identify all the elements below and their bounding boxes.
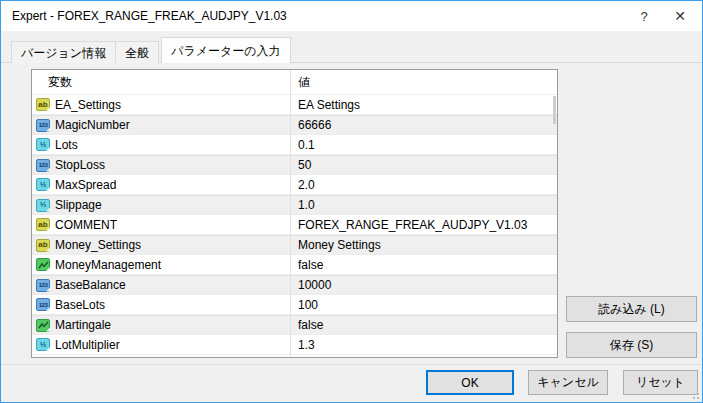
ok-button[interactable]: OK <box>426 370 514 395</box>
double-param-icon: ½ <box>36 338 50 351</box>
table-row[interactable]: 123 BaseLots 100 <box>32 295 557 315</box>
bool-param-icon <box>36 258 50 271</box>
expert-settings-dialog: Expert - FOREX_RANGE_FREAK_AUDJPY_V1.03 … <box>0 0 703 403</box>
variable-name: LotMultiplier <box>55 338 120 352</box>
table-row[interactable]: ab Money_Settings Money Settings <box>32 235 557 255</box>
variable-cell: 123 BaseBalance <box>32 278 290 292</box>
variable-cell: ½ LotMultiplier <box>32 338 290 352</box>
table-row[interactable]: 123 StopLoss 50 <box>32 155 557 175</box>
header-variable: 変数 <box>32 74 290 91</box>
variable-cell: 123 BaseLots <box>32 298 290 312</box>
value-cell[interactable]: 50 <box>290 158 557 172</box>
table-row[interactable]: ½ LotMultiplier 1.3 <box>32 335 557 355</box>
footer-separator <box>1 364 702 365</box>
value-cell[interactable]: FOREX_RANGE_FREAK_AUDJPY_V1.03 <box>290 218 557 232</box>
value-cell[interactable]: 10000 <box>290 278 557 292</box>
variable-name: Lots <box>55 138 78 152</box>
variable-name: Slippage <box>55 198 102 212</box>
parameters-table: 変数 値 ab EA_Settings EA Settings 123 Magi… <box>31 69 558 358</box>
bool-param-icon <box>36 319 50 332</box>
column-divider[interactable] <box>290 70 291 357</box>
variable-name: BaseLots <box>55 298 105 312</box>
table-row[interactable]: ½ MaxSpread 2.0 <box>32 175 557 195</box>
variable-name: EA_Settings <box>55 98 121 112</box>
int-param-icon: 123 <box>36 298 50 311</box>
variable-cell: 123 StopLoss <box>32 158 290 172</box>
value-cell[interactable]: false <box>290 258 557 272</box>
int-param-icon: 123 <box>36 119 50 132</box>
variable-cell: ½ Lots <box>32 138 290 152</box>
variable-name: MagicNumber <box>55 118 130 132</box>
variable-name: Money_Settings <box>55 238 141 252</box>
string-param-icon: ab <box>36 239 50 252</box>
variable-name: MoneyManagement <box>55 258 161 272</box>
table-row[interactable]: ab COMMENT FOREX_RANGE_FREAK_AUDJPY_V1.0… <box>32 215 557 235</box>
variable-cell: ab COMMENT <box>32 218 290 232</box>
int-param-icon: 123 <box>36 159 50 172</box>
tab-bar: バージョン情報 全般 パラメーターの入力 <box>11 37 291 63</box>
table-header-row: 変数 値 <box>32 70 557 95</box>
variable-cell: 123 MagicNumber <box>32 118 290 132</box>
value-cell[interactable]: EA Settings <box>290 98 557 112</box>
value-cell[interactable]: Money Settings <box>290 238 557 252</box>
double-param-icon: ½ <box>36 178 50 191</box>
variable-cell: Martingale <box>32 318 290 332</box>
table-row[interactable]: ½ Lots 0.1 <box>32 135 557 155</box>
table-body: ab EA_Settings EA Settings 123 MagicNumb… <box>32 95 557 355</box>
value-cell[interactable]: 100 <box>290 298 557 312</box>
table-row[interactable]: ½ Slippage 1.0 <box>32 195 557 215</box>
value-cell[interactable]: 0.1 <box>290 138 557 152</box>
variable-cell: ½ Slippage <box>32 198 290 212</box>
tab-common[interactable]: 全般 <box>116 41 159 63</box>
help-button[interactable]: ? <box>626 1 662 31</box>
double-param-icon: ½ <box>36 138 50 151</box>
variable-name: Martingale <box>55 318 111 332</box>
resize-grip[interactable] <box>691 391 699 399</box>
reset-button[interactable]: リセット <box>623 370 698 395</box>
window-title: Expert - FOREX_RANGE_FREAK_AUDJPY_V1.03 <box>1 9 626 23</box>
double-param-icon: ½ <box>36 199 50 212</box>
variable-cell: MoneyManagement <box>32 258 290 272</box>
value-cell[interactable]: false <box>290 318 557 332</box>
variable-name: MaxSpread <box>55 178 116 192</box>
variable-name: BaseBalance <box>55 278 126 292</box>
int-param-icon: 123 <box>36 279 50 292</box>
value-cell[interactable]: 1.0 <box>290 198 557 212</box>
variable-name: COMMENT <box>55 218 117 232</box>
tab-version-info[interactable]: バージョン情報 <box>11 41 116 63</box>
save-button[interactable]: 保存 (S) <box>566 332 697 358</box>
string-param-icon: ab <box>36 218 50 231</box>
variable-cell: ab Money_Settings <box>32 238 290 252</box>
variable-cell: ½ MaxSpread <box>32 178 290 192</box>
value-cell[interactable]: 66666 <box>290 118 557 132</box>
tab-inputs[interactable]: パラメーターの入力 <box>161 37 290 63</box>
load-button[interactable]: 読み込み (L) <box>566 296 697 322</box>
header-value: 値 <box>290 74 557 91</box>
close-button[interactable]: ✕ <box>662 1 698 31</box>
table-row[interactable]: 123 MagicNumber 66666 <box>32 115 557 135</box>
value-cell[interactable]: 1.3 <box>290 338 557 352</box>
table-row[interactable]: MoneyManagement false <box>32 255 557 275</box>
vertical-scrollbar-thumb[interactable] <box>553 96 556 124</box>
title-bar: Expert - FOREX_RANGE_FREAK_AUDJPY_V1.03 … <box>1 1 702 31</box>
variable-cell: ab EA_Settings <box>32 98 290 112</box>
table-row[interactable]: 123 BaseBalance 10000 <box>32 275 557 295</box>
cancel-button[interactable]: キャンセル <box>528 370 608 395</box>
variable-name: StopLoss <box>55 158 105 172</box>
table-row[interactable]: ab EA_Settings EA Settings <box>32 95 557 115</box>
table-row[interactable]: Martingale false <box>32 315 557 335</box>
value-cell[interactable]: 2.0 <box>290 178 557 192</box>
string-param-icon: ab <box>36 98 50 111</box>
